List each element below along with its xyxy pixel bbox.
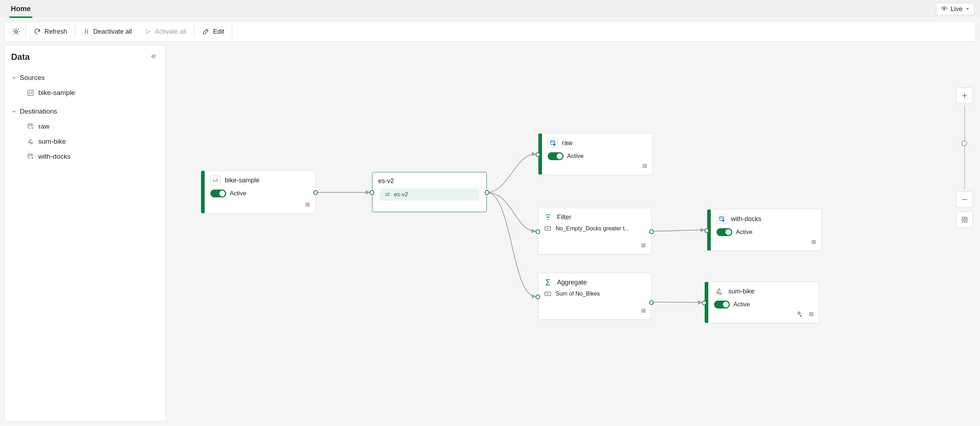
toolbar: Refresh Deactivate all Activate all Edit [4, 22, 976, 41]
active-toggle[interactable] [714, 300, 730, 308]
sources-label: Sources [20, 74, 45, 82]
status-label: Active [230, 190, 246, 197]
stream-chip-label: es-v2 [394, 191, 408, 198]
gear-icon [12, 27, 21, 36]
input-port[interactable] [704, 228, 709, 233]
node-raw[interactable]: raw Active [538, 133, 653, 175]
node-with-docks[interactable]: with-docks Active [707, 209, 822, 251]
zoom-out-button[interactable] [956, 191, 973, 208]
node-filter[interactable]: Filter No_Empty_Docks greater t... [538, 208, 651, 254]
separator [75, 25, 75, 38]
canvas[interactable]: bike-sample Active es-v2 es- [168, 45, 976, 422]
node-stripe [201, 171, 205, 213]
node-title: es-v2 [378, 177, 394, 185]
source-item-bike-sample[interactable]: bike-sample [11, 85, 159, 100]
stream-chip[interactable]: es-v2 [380, 188, 479, 201]
node-bike-sample[interactable]: bike-sample Active [201, 170, 315, 213]
drag-handle-icon[interactable] [810, 238, 817, 246]
node-title: with-docks [731, 215, 761, 223]
zoom-slider[interactable] [964, 106, 965, 189]
refresh-button[interactable]: Refresh [27, 24, 73, 39]
separator [232, 25, 232, 38]
play-icon [145, 28, 151, 35]
database-out-icon [27, 153, 34, 160]
lakehouse-icon [714, 286, 724, 296]
tab-home[interactable]: Home [9, 1, 32, 18]
chevron-down-icon [965, 7, 970, 11]
input-port[interactable] [702, 300, 706, 305]
live-button[interactable]: Live [936, 3, 974, 15]
zoom-in-button[interactable] [956, 87, 973, 104]
activate-all-label: Activate all [155, 28, 186, 35]
output-port[interactable] [649, 300, 654, 305]
destination-item-with-docks[interactable]: with-docks [11, 149, 159, 164]
separator [194, 25, 194, 38]
aggregate-detail: Sum of No_Bikes [555, 291, 600, 297]
status-label: Active [733, 301, 750, 308]
lakehouse-icon [27, 138, 34, 145]
svg-point-10 [722, 219, 724, 222]
destination-item-label: with-docks [38, 153, 71, 161]
drag-handle-icon[interactable] [640, 242, 647, 250]
destination-item-raw[interactable]: raw [11, 119, 159, 134]
input-port[interactable] [536, 152, 540, 157]
database-icon [548, 138, 558, 148]
drag-handle-icon[interactable] [808, 311, 815, 318]
field-icon [544, 291, 551, 297]
activate-all-button[interactable]: Activate all [138, 24, 192, 39]
eye-icon [940, 5, 948, 13]
node-title: raw [562, 139, 573, 147]
sources-section[interactable]: Sources [11, 70, 159, 85]
zoom-thumb[interactable] [961, 140, 967, 146]
edit-icon [202, 28, 209, 35]
drag-handle-icon[interactable] [304, 201, 311, 209]
svg-point-5 [550, 140, 555, 142]
zoom-controls [956, 87, 973, 228]
node-title: Aggregate [557, 279, 587, 286]
status-label: Active [567, 153, 584, 160]
fit-icon [961, 216, 968, 223]
node-aggregate[interactable]: Aggregate Sum of No_Bikes [538, 273, 651, 320]
active-toggle[interactable] [210, 189, 226, 197]
deactivate-all-button[interactable]: Deactivate all [77, 24, 138, 39]
node-es-v2[interactable]: es-v2 es-v2 [372, 172, 487, 212]
output-port[interactable] [485, 190, 489, 195]
settings-button[interactable] [8, 24, 24, 39]
edit-label: Edit [213, 28, 224, 35]
node-sum-bike[interactable]: sum-bike Active [704, 281, 819, 323]
destinations-section[interactable]: Destinations [11, 104, 159, 119]
sidebar-title: Data [11, 52, 30, 62]
destinations-label: Destinations [20, 108, 57, 115]
input-port[interactable] [369, 190, 374, 195]
chart-icon [27, 89, 34, 96]
chevron-down-icon [11, 108, 17, 114]
fit-view-button[interactable] [956, 211, 973, 228]
svg-rect-11 [962, 217, 967, 222]
active-toggle[interactable] [716, 228, 732, 236]
svg-point-3 [28, 124, 32, 126]
drag-handle-icon[interactable] [640, 307, 647, 315]
edit-button[interactable]: Edit [196, 24, 231, 39]
refresh-label: Refresh [45, 28, 67, 35]
database-icon [716, 214, 727, 224]
stream-icon [385, 192, 390, 197]
collapse-sidebar-button[interactable] [149, 51, 159, 62]
active-toggle[interactable] [548, 152, 563, 160]
output-port[interactable] [313, 190, 318, 195]
svg-point-9 [719, 216, 724, 218]
node-title: Filter [557, 213, 571, 221]
svg-rect-12 [964, 219, 966, 221]
input-port[interactable] [536, 294, 540, 299]
filter-detail: No_Empty_Docks greater t... [555, 225, 629, 232]
node-title: bike-sample [225, 176, 259, 184]
pause-icon [83, 28, 90, 35]
destination-item-sum-bike[interactable]: sum-bike [11, 134, 159, 149]
input-port[interactable] [536, 229, 540, 234]
tab-bar: Home Live [0, 0, 980, 18]
svg-point-6 [554, 144, 555, 146]
output-port[interactable] [649, 229, 654, 234]
drag-handle-icon[interactable] [642, 163, 648, 170]
separator [25, 25, 26, 38]
ai-sparkle-icon[interactable] [796, 311, 802, 318]
node-title: sum-bike [729, 288, 754, 295]
